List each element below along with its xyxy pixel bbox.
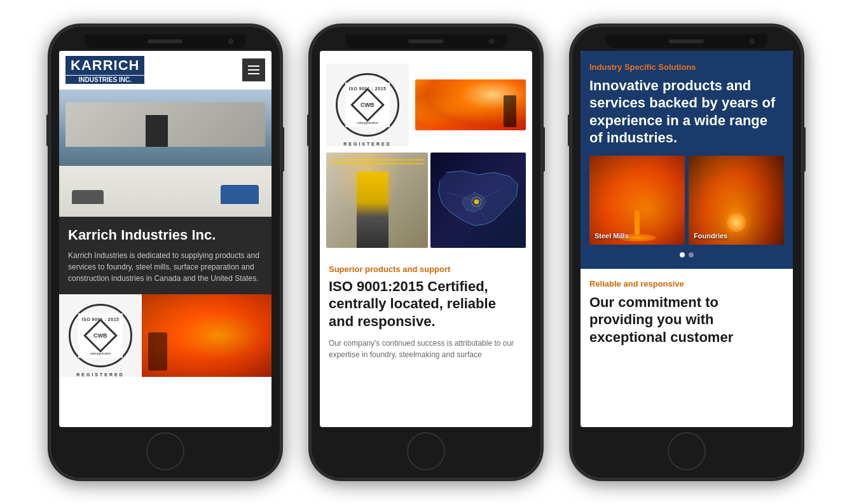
hamburger-icon xyxy=(248,65,259,74)
p2-cwb-registration-text: cwbregistration xyxy=(357,121,378,125)
phone-3-screen: Industry Specific Solutions Innovative p… xyxy=(581,51,793,427)
phone-2-top-bar xyxy=(345,34,507,48)
p1-hero-image xyxy=(59,90,271,217)
p2-worker-silhouette xyxy=(504,95,516,127)
phone-1-home-button[interactable] xyxy=(146,432,184,470)
p1-logo-industries: INDUSTRIES INC. xyxy=(65,76,144,84)
p2-cwb-diamond: CWB xyxy=(350,88,385,122)
phone-3: Industry Specific Solutions Innovative p… xyxy=(569,24,804,481)
p2-worker-images xyxy=(320,153,532,254)
cwb-badge-graphic: ISO 9001 : 2015 CWB cwbregistration REGI… xyxy=(69,304,132,367)
p3-dot-2[interactable] xyxy=(689,252,694,257)
phone-2-home-button[interactable] xyxy=(407,432,445,470)
p1-logo: KARRICH INDUSTRIES INC. xyxy=(65,56,144,84)
p2-headline: ISO 9001:2015 Certified, centrally locat… xyxy=(329,278,523,330)
p1-cwb-badge: ISO 9001 : 2015 CWB cwbregistration REGI… xyxy=(59,294,142,377)
p2-cwb-inner: ISO 9001 : 2015 CWB cwbregistration xyxy=(345,83,390,127)
phone-3-camera xyxy=(750,39,755,44)
p1-building xyxy=(65,102,265,147)
p3-industry-images: Steel Mills Foundries xyxy=(589,156,784,245)
p3-white-headline: Our commitment to providing you with exc… xyxy=(589,294,784,346)
phone-1: KARRICH INDUSTRIES INC. xyxy=(48,24,283,481)
p2-text-section: Superior products and support ISO 9001:2… xyxy=(320,254,532,371)
p3-molten-stream xyxy=(635,210,640,235)
p2-body-text: Our company's continued success is attri… xyxy=(329,337,523,360)
p3-carousel-dots xyxy=(589,252,784,260)
p3-steel-mills-label: Steel Mills xyxy=(594,232,629,240)
p3-foundries-label: Foundries xyxy=(694,232,727,240)
p3-blue-section: Industry Specific Solutions Innovative p… xyxy=(581,51,793,269)
p2-cwb-registered-text: REGISTERED xyxy=(343,142,392,146)
cwb-diamond: CWB xyxy=(83,318,118,353)
phone-3-home-button[interactable] xyxy=(668,432,706,470)
p2-safety-line-1 xyxy=(329,159,425,161)
p1-building-door xyxy=(146,115,168,147)
p1-company-desc: Karrich Industries is dedicated to suppl… xyxy=(68,250,263,284)
p1-cert-section: ISO 9001 : 2015 CWB cwbregistration REGI… xyxy=(59,294,271,377)
p1-company-title: Karrich Industries Inc. xyxy=(68,227,263,243)
p2-safety-line-2 xyxy=(329,163,425,165)
p3-steel-mills-image: Steel Mills xyxy=(589,156,685,245)
p1-dark-section: Karrich Industries Inc. Karrich Industri… xyxy=(59,217,271,294)
phone-2-speaker xyxy=(408,39,443,43)
phone-1-speaker xyxy=(148,39,182,43)
cwb-registration-text: cwbregistration xyxy=(90,351,111,355)
p1-menu-button[interactable] xyxy=(242,58,265,81)
menu-line-1 xyxy=(248,65,259,67)
p1-worker-silhouette xyxy=(148,332,167,371)
p2-map-image xyxy=(430,153,526,248)
cwb-registered-text: REGISTERED xyxy=(76,372,125,377)
p3-molten-orb xyxy=(727,213,746,232)
p3-white-label: Reliable and responsive xyxy=(589,279,784,289)
p2-worker-figure xyxy=(357,172,388,248)
p1-fire-image xyxy=(142,294,271,377)
phone-1-camera xyxy=(228,39,233,44)
p3-dot-1[interactable] xyxy=(680,252,685,257)
p2-map-svg xyxy=(430,153,526,248)
p1-truck xyxy=(221,185,259,204)
phone-1-top-bar xyxy=(85,34,247,48)
p1-header: KARRICH INDUSTRIES INC. xyxy=(59,51,271,90)
p3-headline: Innovative products and services backed … xyxy=(589,77,784,147)
phone-2-camera xyxy=(489,39,494,44)
p3-white-section: Reliable and responsive Our commitment t… xyxy=(581,269,793,357)
p2-section-label: Superior products and support xyxy=(329,264,523,274)
p1-logo-karrich: KARRICH xyxy=(65,56,144,75)
p3-foundries-image: Foundries xyxy=(689,156,784,245)
p2-cwb-badge: ISO 9001 : 2015 CWB cwbregistration REGI… xyxy=(326,64,409,146)
p1-car xyxy=(72,190,104,204)
p2-cwb-outer-ring: ISO 9001 : 2015 CWB cwbregistration xyxy=(336,73,399,137)
cwb-inner: ISO 9001 : 2015 CWB cwbregistration xyxy=(78,313,123,358)
menu-line-2 xyxy=(248,69,259,71)
p2-cwb-label: CWB xyxy=(361,102,374,108)
phone-2: ISO 9001 : 2015 CWB cwbregistration REGI… xyxy=(308,24,544,481)
p2-fire-top-image xyxy=(415,79,526,130)
menu-line-3 xyxy=(248,73,259,74)
phone-2-screen: ISO 9001 : 2015 CWB cwbregistration REGI… xyxy=(320,51,532,427)
phone-1-screen: KARRICH INDUSTRIES INC. xyxy=(59,51,271,427)
p2-worker-image xyxy=(326,153,428,248)
phone-3-speaker xyxy=(669,39,704,43)
cwb-outer-ring: ISO 9001 : 2015 CWB cwbregistration xyxy=(69,304,132,367)
phone-3-top-bar xyxy=(606,34,768,48)
p2-cert-area: ISO 9001 : 2015 CWB cwbregistration REGI… xyxy=(320,51,532,153)
p2-fire-images xyxy=(415,79,526,130)
p2-cwb-badge-graphic: ISO 9001 : 2015 CWB cwbregistration REGI… xyxy=(336,73,399,137)
cwb-label: CWB xyxy=(93,332,107,339)
p1-hero-overlay xyxy=(59,90,271,217)
p3-section-label: Industry Specific Solutions xyxy=(589,62,784,72)
